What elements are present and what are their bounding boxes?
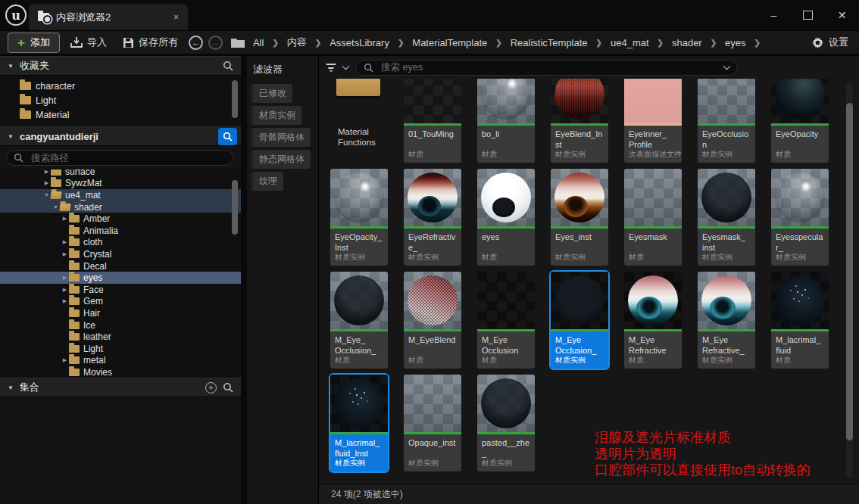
asset-tile[interactable]: M_lacrimal_ fluid材质: [771, 272, 829, 369]
asset-tile[interactable]: Opaque_inst材质实例: [404, 375, 461, 471]
breadcrumb-item[interactable]: RealisticTemplate: [511, 37, 588, 48]
tree-expand-arrow-icon[interactable]: ▼: [42, 192, 51, 198]
asset-tile[interactable]: EyeOcclusion Mike_Inst材质实例: [698, 79, 755, 163]
breadcrumb-item[interactable]: ue4_mat: [611, 37, 649, 48]
tree-expand-arrow-icon[interactable]: ▶: [61, 357, 69, 363]
tree-item-gem[interactable]: ▶Gem: [0, 296, 241, 308]
asset-tile[interactable]: Eyesspecular_ inst材质实例: [771, 169, 829, 266]
asset-tile[interactable]: M_lacrimal_ fluid_Inst材质实例: [330, 375, 388, 471]
filter-pill[interactable]: 材质实例: [250, 106, 301, 125]
collapse-triangle-icon[interactable]: ▼: [8, 384, 14, 391]
sources-header[interactable]: ▼ cangyuantudierji: [0, 126, 241, 146]
tree-item-ice[interactable]: Ice: [0, 319, 241, 331]
tree-item-animalia[interactable]: Animalia: [0, 225, 241, 237]
filter-pill[interactable]: 静态网格体: [250, 150, 311, 169]
asset-tile[interactable]: M_EyeBlend材质: [404, 272, 461, 369]
tree-item-eyes[interactable]: ▶eyes: [0, 272, 241, 284]
tree-expand-arrow-icon[interactable]: ▶: [61, 239, 69, 245]
asset-tile[interactable]: Eyesmask_ inst材质实例: [698, 169, 755, 266]
favorite-folder-item[interactable]: Light: [0, 93, 241, 107]
tree-expand-arrow-icon[interactable]: ▶: [42, 180, 51, 186]
add-button[interactable]: + 添加: [8, 33, 60, 53]
tree-item-hair[interactable]: Hair: [0, 307, 241, 319]
forward-button[interactable]: →: [208, 36, 223, 50]
maximize-button[interactable]: [791, 0, 825, 30]
favorites-search-icon[interactable]: [223, 61, 233, 71]
asset-tile[interactable]: EyeOpacity_ Inst材质实例: [330, 169, 388, 266]
asset-tile[interactable]: bo_li材质: [477, 79, 535, 163]
asset-search-box[interactable]: [355, 60, 738, 76]
asset-tile[interactable]: Eyes_inst材质实例: [551, 169, 608, 266]
asset-tile[interactable]: EyeRefractive_ Inst材质实例: [404, 169, 461, 266]
breadcrumb-item[interactable]: eyes: [725, 37, 745, 48]
tree-item-shader[interactable]: ▼shader: [0, 201, 241, 213]
asset-tile[interactable]: eyes材质: [477, 169, 535, 266]
breadcrumb-item[interactable]: shader: [672, 37, 702, 48]
tree-expand-arrow-icon[interactable]: ▶: [61, 275, 69, 281]
collapse-triangle-icon[interactable]: ▼: [8, 63, 14, 70]
tree-item-crystal[interactable]: ▶Crystal: [0, 248, 241, 260]
tree-item-light[interactable]: Light: [0, 343, 241, 355]
asset-tile[interactable]: 01_TouMing材质: [404, 79, 461, 163]
import-button[interactable]: 导入: [65, 36, 112, 49]
breadcrumb-item[interactable]: MaterialTemplate: [412, 37, 487, 48]
asset-tile[interactable]: M_Eye Refractive_ Inst材质实例: [698, 272, 755, 369]
path-search-box[interactable]: [6, 150, 233, 166]
tab-content-browser[interactable]: 内容浏览器2 ×: [29, 4, 188, 30]
add-collection-button[interactable]: +: [205, 382, 217, 394]
asset-tile[interactable]: EyeBlend_Inst材质实例: [551, 79, 608, 163]
collapse-triangle-icon[interactable]: ▼: [8, 133, 14, 140]
asset-tile[interactable]: M_Eye Occlusion材质: [477, 272, 535, 369]
filter-pill[interactable]: 纹理: [250, 172, 283, 191]
breadcrumb-item[interactable]: AssetsLibrary: [330, 37, 389, 48]
breadcrumb-item[interactable]: 内容: [287, 36, 307, 49]
collections-header[interactable]: ▼ 集合 +: [0, 378, 241, 397]
asset-tile[interactable]: pasted__zhe_ guang2材质实例: [477, 375, 535, 471]
chevron-down-icon[interactable]: [342, 63, 350, 70]
filter-pill[interactable]: 骨骼网格体: [250, 128, 311, 147]
filter-funnel-icon[interactable]: [326, 64, 336, 72]
filter-pill[interactable]: 已修改: [250, 84, 292, 103]
tree-item-cloth[interactable]: ▶cloth: [0, 237, 241, 249]
tab-close-icon[interactable]: ×: [173, 12, 179, 23]
favorites-scrollbar[interactable]: [232, 80, 238, 118]
asset-tile[interactable]: Eyesmask材质: [624, 169, 682, 266]
minimize-button[interactable]: –: [757, 0, 791, 30]
asset-tile[interactable]: EyeInner_ Profile次表面描述文件: [624, 79, 682, 163]
tree-expand-arrow-icon[interactable]: ▼: [52, 204, 60, 210]
tree-item-amber[interactable]: ▶Amber: [0, 213, 241, 225]
favorites-header[interactable]: ▼ 收藏夹: [0, 56, 241, 76]
tree-item-face[interactable]: ▶Face: [0, 284, 241, 296]
tree-item-decal[interactable]: Decal: [0, 260, 241, 272]
favorite-folder-item[interactable]: character: [0, 79, 241, 93]
back-button[interactable]: ←: [189, 36, 203, 50]
sources-search-button[interactable]: [218, 128, 237, 145]
close-button[interactable]: ✕: [825, 0, 859, 30]
tree-expand-arrow-icon[interactable]: ▶: [61, 298, 69, 304]
save-all-button[interactable]: 保存所有: [117, 36, 183, 49]
tree-item-metal[interactable]: ▶metal: [0, 355, 241, 367]
tree-expand-arrow-icon[interactable]: ▶: [61, 216, 69, 222]
asset-tile[interactable]: M_Eye_ Occlusion_ Mi材质: [330, 272, 388, 369]
asset-search-input[interactable]: [380, 61, 718, 73]
breadcrumb-item[interactable]: All: [253, 37, 264, 48]
tree-item-surface[interactable]: ▶surface: [0, 170, 241, 178]
tree-item-ue4_mat[interactable]: ▼ue4_mat: [0, 189, 241, 201]
asset-tile[interactable]: M_Eye Refractive材质: [624, 272, 682, 369]
favorite-folder-item[interactable]: Material: [0, 107, 241, 122]
asset-tile[interactable]: M_Eye Occlusion_ Inst材质实例: [551, 272, 608, 369]
folder-tile[interactable]: Material Functions: [330, 79, 388, 163]
asset-tile[interactable]: EyeOpacity材质: [771, 79, 829, 163]
tree-item-leather[interactable]: leather: [0, 331, 241, 343]
path-search-input[interactable]: [30, 152, 226, 164]
grid-scrollbar-track[interactable]: [846, 83, 853, 478]
chevron-down-icon[interactable]: [723, 63, 731, 70]
tree-expand-arrow-icon[interactable]: ▶: [61, 287, 69, 293]
tree-expand-arrow-icon[interactable]: ▶: [42, 170, 51, 175]
settings-button[interactable]: 设置: [812, 36, 851, 49]
tree-expand-arrow-icon[interactable]: ▶: [61, 251, 69, 257]
collections-search-icon[interactable]: [223, 382, 233, 393]
tree-item-movies[interactable]: Movies: [0, 366, 241, 378]
tree-item-sywzmat[interactable]: ▶SywzMat: [0, 178, 241, 190]
grid-scrollbar-thumb[interactable]: [846, 103, 853, 440]
